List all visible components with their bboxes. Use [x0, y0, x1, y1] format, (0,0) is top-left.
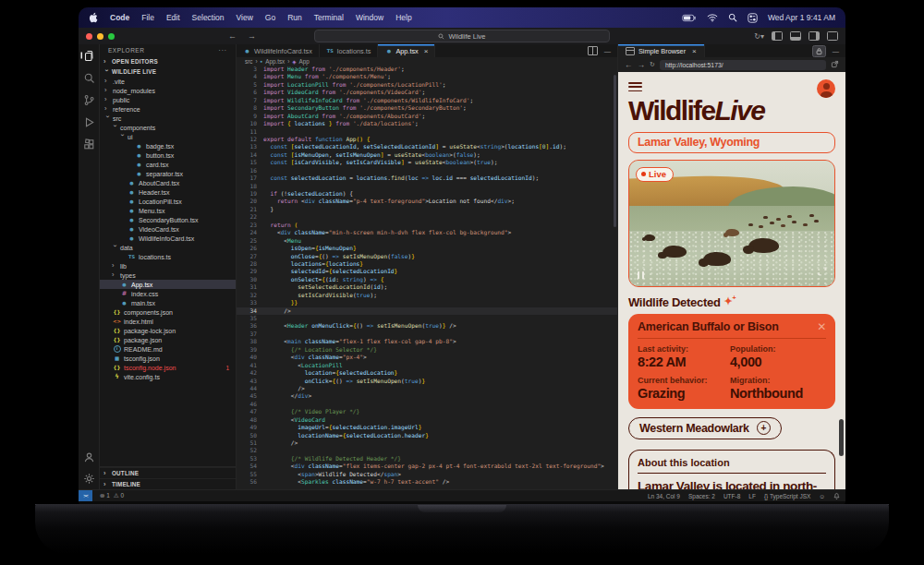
breadcrumb-src[interactable]: src: [245, 58, 252, 65]
window-zoom-button[interactable]: [108, 33, 115, 40]
browser-more-icon[interactable]: —: [833, 47, 839, 55]
breadcrumb-file[interactable]: App.tsx: [265, 58, 285, 65]
settings-gear-icon[interactable]: [82, 472, 95, 485]
tree-item-ui[interactable]: ›ui: [100, 132, 236, 141]
tree-item-App.tsx[interactable]: ●App.tsx: [100, 280, 236, 289]
code-editor[interactable]: 3import Header from './components/Header…: [237, 66, 617, 489]
tree-item-data[interactable]: ›data: [100, 243, 236, 252]
tree-item-.vite[interactable]: ›.vite: [100, 77, 236, 86]
tree-item-vite.config.ts[interactable]: ϟvite.config.ts: [100, 372, 236, 381]
problems-indicator[interactable]: ⊗ 1 ⚠ 0: [100, 492, 124, 499]
browser-reload-icon[interactable]: ↻: [650, 61, 655, 68]
menu-edit[interactable]: Edit: [166, 13, 180, 22]
notifications-bell-icon[interactable]: [833, 492, 840, 500]
live-video-card[interactable]: Live: [628, 160, 835, 287]
app-scrollbar[interactable]: [839, 419, 844, 456]
encoding[interactable]: UTF-8: [723, 493, 740, 499]
hamburger-menu-icon[interactable]: [628, 79, 642, 91]
tree-item-components[interactable]: ›components: [100, 123, 236, 132]
window-close-button[interactable]: [86, 33, 92, 40]
tree-item-LocationPill.tsx[interactable]: ●LocationPill.tsx: [100, 197, 236, 206]
tree-item-WildlifeInfoCard.tsx[interactable]: ●WildlifeInfoCard.tsx: [100, 234, 236, 243]
tree-item-README.md[interactable]: iREADME.md: [100, 344, 236, 354]
menu-selection[interactable]: Selection: [192, 13, 225, 22]
search-icon[interactable]: [728, 13, 737, 22]
search-sidebar-icon[interactable]: [82, 71, 95, 84]
breadcrumb-symbol[interactable]: App: [299, 58, 310, 65]
tree-item-AboutCard.tsx[interactable]: ●AboutCard.tsx: [100, 178, 236, 187]
open-editors-section[interactable]: ›OPEN EDITORS: [100, 56, 236, 66]
editor-more-icon[interactable]: —: [604, 47, 611, 55]
tree-item-types[interactable]: ›types: [100, 270, 236, 280]
cursor-position[interactable]: Ln 34, Col 9: [648, 493, 680, 499]
menu-go[interactable]: Go: [265, 13, 275, 22]
tree-item-tsconfig.node.json[interactable]: {}tsconfig.node.json1: [100, 363, 236, 372]
toggle-primary-sidebar-icon[interactable]: [772, 31, 783, 41]
menu-run[interactable]: Run: [287, 13, 302, 22]
tab-locations.ts[interactable]: TSlocations.ts: [320, 44, 379, 57]
feedback-smiley-icon[interactable]: ☺: [819, 493, 825, 499]
explorer-more-icon[interactable]: ···: [219, 47, 228, 54]
open-external-icon[interactable]: [831, 60, 839, 70]
tree-item-src[interactable]: ›src: [100, 114, 236, 123]
tree-item-node_modules[interactable]: ›node_modules: [100, 86, 236, 95]
editor-scrollbar[interactable]: [614, 75, 616, 227]
browser-forward-icon[interactable]: →: [638, 60, 646, 69]
language-mode[interactable]: {} TypeScript JSX: [764, 493, 810, 499]
tree-item-main.tsx[interactable]: ●main.tsx: [100, 298, 236, 307]
remote-indicator[interactable]: ><: [79, 490, 92, 501]
tree-item-separator.tsx[interactable]: ●separator.tsx: [100, 169, 236, 178]
lock-icon[interactable]: [812, 45, 826, 57]
tree-item-package-lock.json[interactable]: {}package-lock.json: [100, 326, 236, 335]
tree-item-components.json[interactable]: {}components.json: [100, 307, 236, 317]
close-tab-icon[interactable]: ×: [692, 47, 697, 55]
toggle-secondary-sidebar-icon[interactable]: [808, 31, 820, 41]
browser-back-icon[interactable]: ←: [625, 60, 633, 69]
fullscreen-icon[interactable]: [818, 263, 827, 280]
toggle-panel-icon[interactable]: [790, 31, 801, 41]
url-input[interactable]: http://localhost:5173/: [660, 60, 826, 70]
explorer-icon[interactable]: [82, 49, 95, 62]
pause-icon[interactable]: [638, 271, 644, 279]
tree-item-locations.ts[interactable]: TSlocations.ts: [100, 252, 236, 261]
refresh-icon[interactable]: ↻▾: [754, 32, 764, 41]
tree-item-Header.tsx[interactable]: ●Header.tsx: [100, 187, 236, 197]
forward-arrow-icon[interactable]: →: [248, 31, 256, 41]
tab-WildlifeInfoCard.tsx[interactable]: ●WildlifeInfoCard.tsx: [237, 44, 320, 57]
window-minimize-button[interactable]: [97, 33, 103, 40]
avatar[interactable]: [817, 79, 835, 98]
tree-item-SecondaryButton.tsx[interactable]: ●SecondaryButton.tsx: [100, 215, 236, 224]
location-pill-button[interactable]: Lamar Valley, Wyoming: [628, 132, 835, 153]
tree-item-badge.tsx[interactable]: ●badge.tsx: [100, 141, 236, 150]
menu-window[interactable]: Window: [356, 13, 383, 22]
menu-terminal[interactable]: Terminal: [314, 13, 344, 22]
tree-item-card.tsx[interactable]: ●card.tsx: [100, 160, 236, 169]
split-editor-icon[interactable]: [588, 46, 598, 55]
menu-help[interactable]: Help: [395, 13, 411, 22]
tree-item-lib[interactable]: ›lib: [100, 261, 236, 270]
close-tab-icon[interactable]: ×: [424, 47, 429, 55]
secondary-species-button[interactable]: Western Meadowlark +: [628, 417, 782, 439]
close-icon[interactable]: ✕: [817, 320, 826, 333]
menubar-clock[interactable]: Wed Apr 1 9:41 AM: [768, 13, 835, 22]
extensions-icon[interactable]: [82, 138, 95, 150]
run-debug-icon[interactable]: [82, 115, 95, 128]
apple-logo-icon[interactable]: [89, 12, 98, 23]
indentation[interactable]: Spaces: 2: [688, 493, 715, 499]
control-center-icon[interactable]: [748, 13, 758, 23]
tree-item-package.json[interactable]: {}package.json: [100, 335, 236, 344]
back-arrow-icon[interactable]: ←: [228, 31, 237, 41]
eol[interactable]: LF: [748, 493, 756, 499]
tree-item-index.css[interactable]: #index.css: [100, 289, 236, 298]
simple-browser-tab[interactable]: Simple Browser ×: [618, 44, 705, 57]
tab-App.tsx[interactable]: ●App.tsx×: [378, 44, 435, 57]
command-center-search[interactable]: Wildlife Live: [314, 30, 610, 42]
tree-item-Menu.tsx[interactable]: ●Menu.tsx: [100, 206, 236, 215]
tree-item-button.tsx[interactable]: ●button.tsx: [100, 150, 236, 160]
outline-section[interactable]: ›OUTLINE: [100, 467, 236, 478]
workspace-root-section[interactable]: ›WILDLIFE LIVE: [100, 66, 236, 77]
tree-item-reference[interactable]: ›reference: [100, 104, 236, 114]
menu-view[interactable]: View: [237, 13, 253, 22]
tree-item-tsconfig.json[interactable]: ■tsconfig.json: [100, 354, 236, 363]
tree-item-index.html[interactable]: <>index.html: [100, 317, 236, 326]
